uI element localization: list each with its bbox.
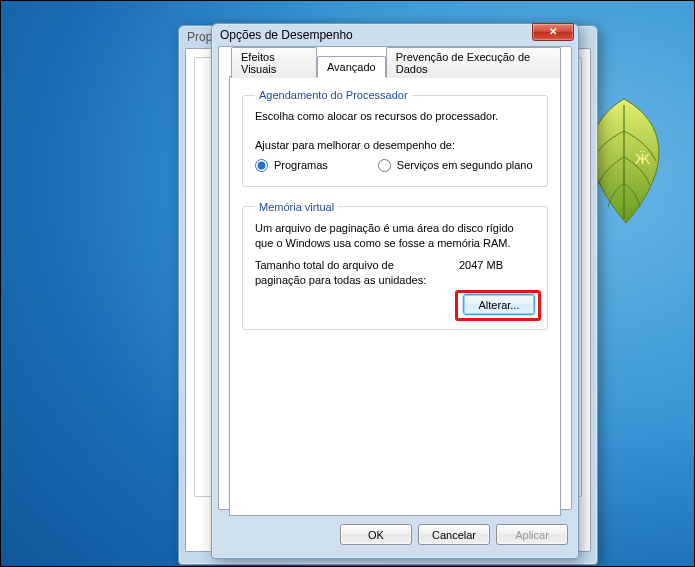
apply-button[interactable]: Aplicar [496,524,568,545]
tab-page-advanced: Agendamento do Processador Escolha como … [229,76,561,516]
cancel-button[interactable]: Cancelar [418,524,490,545]
dialog-footer: OK Cancelar Aplicar [212,516,578,545]
dialog-client: Efeitos Visuais Avançado Prevenção de Ex… [218,46,572,510]
scheduling-desc: Escolha como alocar os recursos do proce… [255,109,535,124]
close-icon: ✕ [549,27,557,37]
radio-background-services[interactable]: Serviços em segundo plano [378,159,533,172]
vm-desc: Um arquivo de paginação é uma área do di… [255,221,535,251]
scheduling-adjust-label: Ajustar para melhorar o desempenho de: [255,138,535,153]
radio-background-input[interactable] [378,159,391,172]
vm-total-label: Tamanho total do arquivo de paginação pa… [255,258,435,288]
tab-strip: Efeitos Visuais Avançado Prevenção de Ex… [231,55,561,77]
processor-scheduling-group: Agendamento do Processador Escolha como … [242,89,548,187]
radio-programs-label: Programas [274,159,328,171]
tab-visual-effects[interactable]: Efeitos Visuais [231,47,317,78]
radio-programs[interactable]: Programas [255,159,328,172]
radio-background-label: Serviços em segundo plano [397,159,533,171]
radio-programs-input[interactable] [255,159,268,172]
ok-button[interactable]: OK [340,524,412,545]
virtual-memory-group: Memória virtual Um arquivo de paginação … [242,201,548,330]
change-button[interactable]: Alterar... [463,294,535,315]
dialog-title: Opções de Desempenho [220,28,532,42]
butterfly-icon: Ӝ [635,151,650,167]
performance-options-dialog: Opções de Desempenho ✕ Efeitos Visuais A… [211,23,579,559]
tab-advanced[interactable]: Avançado [317,56,386,77]
vm-total-value: 2047 MB [459,258,503,288]
tab-dep[interactable]: Prevenção de Execução de Dados [386,47,561,78]
processor-scheduling-legend: Agendamento do Processador [255,89,412,101]
close-button[interactable]: ✕ [532,23,574,41]
titlebar[interactable]: Opções de Desempenho ✕ [212,24,578,46]
virtual-memory-legend: Memória virtual [255,201,338,213]
